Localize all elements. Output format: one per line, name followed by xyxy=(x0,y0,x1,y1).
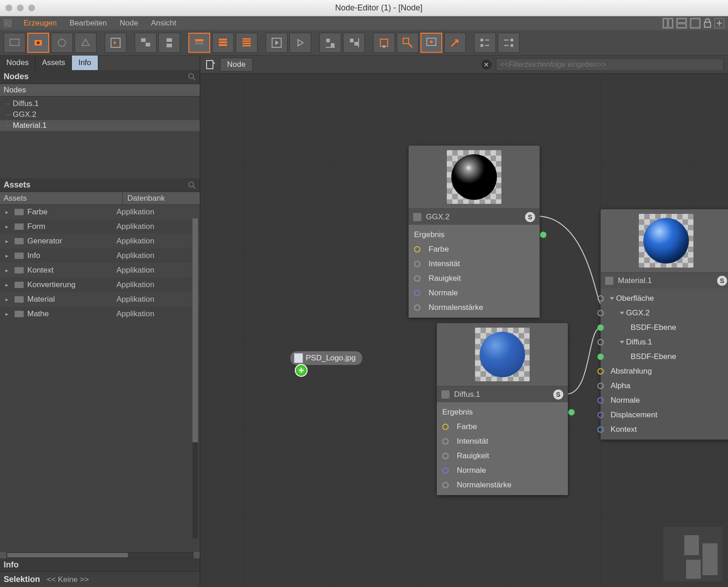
close-window-icon[interactable] xyxy=(5,5,12,11)
assets-scrollbar[interactable] xyxy=(192,218,198,538)
asset-row[interactable]: ▸GeneratorApplikation xyxy=(0,234,200,248)
chevron-right-icon[interactable]: ▸ xyxy=(5,296,11,303)
node-material[interactable]: Material.1 S OberflächeGGX.2BSDF-EbeneDi… xyxy=(601,209,728,440)
asset-row[interactable]: ▸InfoApplikation xyxy=(0,248,200,263)
input-port[interactable]: Intensität xyxy=(409,257,540,271)
asset-row[interactable]: ▸FormApplikation xyxy=(0,219,200,234)
navigator[interactable] xyxy=(663,527,723,582)
input-port[interactable]: Normalenstärke xyxy=(437,478,568,492)
tool-group[interactable] xyxy=(135,33,157,53)
input-port[interactable]: Rauigkeit xyxy=(409,271,540,286)
node-diffus[interactable]: Diffus.1 S Ergebnis FarbeIntensitätRauig… xyxy=(437,323,568,495)
assets-hscroll[interactable] xyxy=(0,552,200,558)
search-icon[interactable] xyxy=(188,73,196,81)
input-port[interactable]: Normale xyxy=(601,393,728,408)
input-port[interactable]: Diffus.1 xyxy=(601,335,728,349)
input-port[interactable]: Alpha xyxy=(601,379,728,393)
asset-row[interactable]: ▸KonvertierungApplikation xyxy=(0,278,200,292)
disclose-icon[interactable] xyxy=(620,341,624,344)
input-port[interactable]: Displacement xyxy=(601,408,728,422)
asset-row[interactable]: ▸MatheApplikation xyxy=(0,307,200,321)
node-title-bar[interactable]: Diffus.1 S xyxy=(437,386,568,402)
hscroll-thumb[interactable] xyxy=(7,553,128,557)
input-port[interactable]: Farbe xyxy=(437,420,568,434)
chevron-right-icon[interactable]: ▸ xyxy=(5,223,11,230)
output-port[interactable]: Ergebnis xyxy=(409,228,540,242)
asset-row[interactable]: ▸KontextApplikation xyxy=(0,263,200,278)
tool-frame-2[interactable] xyxy=(397,33,419,53)
port-connector-icon[interactable] xyxy=(442,453,449,459)
pin-icon[interactable] xyxy=(205,59,216,70)
input-port[interactable]: GGX.2 xyxy=(601,306,728,320)
menu-node[interactable]: Node xyxy=(113,19,145,28)
layout-1-icon[interactable] xyxy=(662,18,673,29)
menu-ansicht[interactable]: Ansicht xyxy=(145,19,183,28)
port-connector-icon[interactable] xyxy=(597,412,604,418)
port-connector-icon[interactable] xyxy=(442,438,449,445)
disclose-icon[interactable] xyxy=(620,312,624,314)
assets-col-db[interactable]: Datenbank xyxy=(123,192,200,204)
assets-col-name[interactable]: Assets xyxy=(0,192,123,204)
tool-arrow[interactable] xyxy=(444,33,466,53)
clear-filter-icon[interactable]: ✕ xyxy=(481,60,491,70)
asset-row[interactable]: ▸FarbeApplikation xyxy=(0,205,200,219)
tool-distribute-1[interactable] xyxy=(474,33,496,53)
port-connector-icon[interactable] xyxy=(597,310,604,316)
search-icon[interactable] xyxy=(188,181,196,189)
tool-frame-1[interactable] xyxy=(373,33,395,53)
chevron-right-icon[interactable]: ▸ xyxy=(5,311,11,317)
asset-row[interactable]: ▸MaterialApplikation xyxy=(0,292,200,307)
tool-align-v[interactable] xyxy=(343,33,365,53)
port-connector-icon[interactable] xyxy=(597,295,604,302)
tool-play[interactable] xyxy=(266,33,288,53)
tab-assets[interactable]: Assets xyxy=(35,56,72,70)
tool-rows-2[interactable] xyxy=(212,33,234,53)
output-port[interactable]: Ergebnis xyxy=(437,405,568,420)
port-connector-icon[interactable] xyxy=(597,397,604,404)
solo-badge-icon[interactable]: S xyxy=(525,212,535,222)
chevron-right-icon[interactable]: ▸ xyxy=(5,253,11,259)
input-port[interactable]: Normalenstärke xyxy=(409,300,540,315)
node-ggx[interactable]: GGX.2 S Ergebnis FarbeIntensitätRauigkei… xyxy=(409,146,540,318)
input-port[interactable]: Intensität xyxy=(437,434,568,449)
port-connector-icon[interactable] xyxy=(414,275,420,282)
zoom-window-icon[interactable] xyxy=(28,5,35,11)
minimize-window-icon[interactable] xyxy=(17,5,24,11)
tool-rows-1[interactable] xyxy=(188,33,210,53)
port-connector-icon[interactable] xyxy=(414,261,420,267)
grip-icon[interactable] xyxy=(4,19,12,27)
tool-2[interactable] xyxy=(27,33,49,53)
input-port[interactable]: Normale xyxy=(437,463,568,478)
lock-icon[interactable] xyxy=(703,18,712,28)
tab-nodes[interactable]: Nodes xyxy=(0,56,35,70)
node-editor[interactable]: Node ✕ GGX.2 S Ergebnis FarbeIntensitätR… xyxy=(200,56,728,587)
add-panel-icon[interactable] xyxy=(714,18,724,28)
tool-distribute-2[interactable] xyxy=(498,33,520,53)
tool-align-h[interactable] xyxy=(319,33,341,53)
solo-badge-icon[interactable]: S xyxy=(553,390,563,400)
tool-1[interactable] xyxy=(4,33,25,53)
node-title-bar[interactable]: Material.1 S xyxy=(601,272,728,288)
menu-bearbeiten[interactable]: Bearbeiten xyxy=(63,19,113,28)
window-controls[interactable] xyxy=(5,5,35,11)
chevron-right-icon[interactable]: ▸ xyxy=(5,238,11,244)
port-connector-icon[interactable] xyxy=(597,426,604,433)
disclose-icon[interactable] xyxy=(610,297,614,300)
tool-preview[interactable] xyxy=(420,33,442,53)
tab-info[interactable]: Info xyxy=(72,56,98,70)
layout-3-icon[interactable] xyxy=(690,18,701,29)
input-port[interactable]: Oberfläche xyxy=(601,291,728,306)
scrollbar-thumb[interactable] xyxy=(192,218,198,442)
input-port[interactable]: Normale xyxy=(409,286,540,300)
scroll-left-icon[interactable] xyxy=(0,552,6,558)
tool-play-2[interactable] xyxy=(289,33,311,53)
breadcrumb[interactable]: Node xyxy=(220,58,253,71)
assets-column-headers[interactable]: Assets Datenbank xyxy=(0,192,200,205)
tool-3[interactable] xyxy=(51,33,73,53)
node-canvas[interactable]: GGX.2 S Ergebnis FarbeIntensitätRauigkei… xyxy=(200,74,728,587)
port-connector-icon[interactable] xyxy=(597,339,604,345)
port-connector-icon[interactable] xyxy=(568,409,575,415)
nodes-column-header[interactable]: Nodes xyxy=(0,84,200,96)
port-connector-icon[interactable] xyxy=(414,246,420,253)
input-port[interactable]: Abstrahlung xyxy=(601,364,728,379)
